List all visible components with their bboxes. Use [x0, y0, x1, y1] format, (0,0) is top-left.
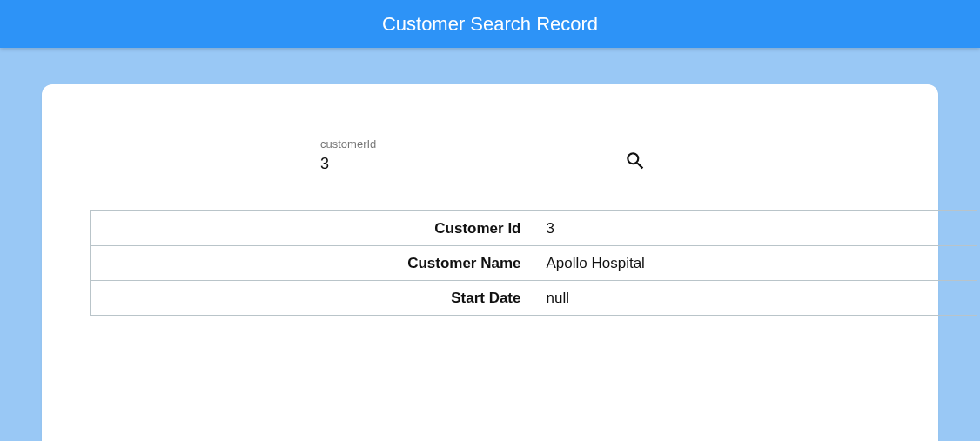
result-table-wrap: Customer Id 3 Customer Name Apollo Hospi…: [42, 210, 938, 316]
table-row: Start Date null: [91, 281, 977, 316]
row-value: 3: [534, 211, 977, 246]
search-row: customerId: [320, 138, 938, 177]
customer-id-input[interactable]: [320, 153, 601, 177]
row-label: Start Date: [91, 281, 534, 316]
row-label: Customer Id: [91, 211, 534, 246]
table-row: Customer Name Apollo Hospital: [91, 246, 977, 281]
customer-id-field-wrap: customerId: [320, 138, 601, 177]
page-title: Customer Search Record: [382, 13, 598, 36]
page-body: customerId Customer Id 3 Customer Name: [0, 48, 980, 441]
customer-id-label: customerId: [320, 138, 601, 150]
result-table: Customer Id 3 Customer Name Apollo Hospi…: [90, 210, 977, 316]
search-icon: [624, 150, 647, 175]
search-card: customerId Customer Id 3 Customer Name: [42, 84, 938, 441]
search-button[interactable]: [616, 143, 654, 181]
row-value: null: [534, 281, 977, 316]
row-value: Apollo Hospital: [534, 246, 977, 281]
row-label: Customer Name: [91, 246, 534, 281]
table-row: Customer Id 3: [91, 211, 977, 246]
app-header: Customer Search Record: [0, 0, 980, 48]
